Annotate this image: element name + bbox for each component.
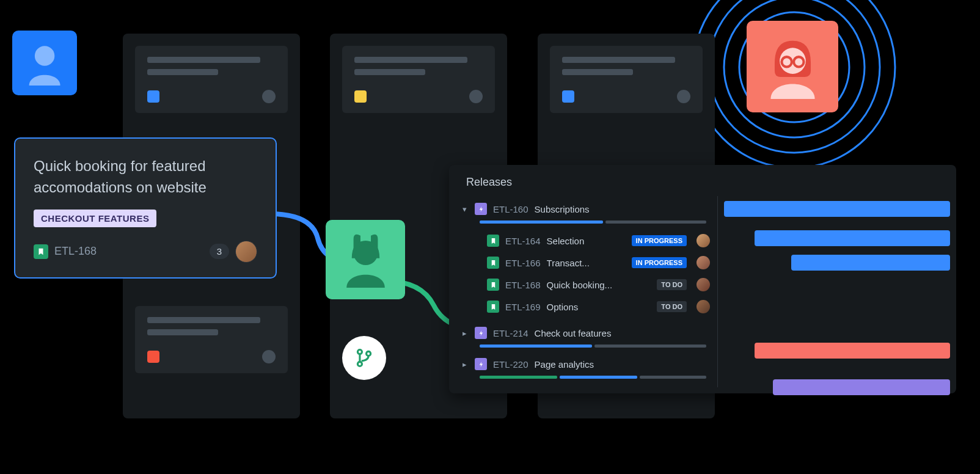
issue-name: Quick booking... [547, 280, 613, 290]
issue-key: ETL-166 [505, 258, 541, 268]
issue-key: ETL-164 [505, 236, 541, 246]
story-icon [487, 257, 499, 269]
issue-key: ETL-214 [493, 328, 528, 338]
releases-panel: Releases ▾ ETL-160 Subscriptions ETL-164… [449, 165, 956, 393]
issue-key: ETL-168 [505, 280, 541, 290]
featured-issue-card[interactable]: Quick booking for featured accomodations… [14, 137, 277, 279]
issue-name: Selection [547, 236, 585, 246]
chevron-down-icon[interactable]: ▾ [460, 205, 469, 214]
chevron-right-icon[interactable]: ▸ [460, 329, 469, 338]
epic-row[interactable]: ▸ ETL-220 Page analytics [449, 354, 717, 374]
issue-key: ETL-220 [493, 359, 528, 370]
epic-icon [475, 203, 487, 215]
placeholder-line [354, 57, 467, 63]
assignee-avatar[interactable] [697, 300, 710, 313]
issue-type-icon [147, 90, 159, 103]
assignee-avatar[interactable] [697, 278, 710, 291]
issue-key[interactable]: ETL-168 [54, 245, 203, 258]
issue-name: Page analytics [535, 359, 594, 370]
status-badge[interactable]: IN PROGRESS [632, 257, 687, 268]
avatar-user-green [326, 220, 405, 299]
placeholder-line [147, 329, 218, 335]
epic-row[interactable]: ▸ ETL-214 Check out features [449, 323, 717, 343]
story-icon [34, 244, 48, 259]
kanban-card[interactable] [135, 306, 288, 373]
progress-bar [449, 219, 717, 230]
svg-point-6 [35, 46, 54, 65]
placeholder-line [147, 57, 260, 63]
avatar-user-orange [747, 21, 838, 112]
avatar [262, 90, 276, 103]
assignee-avatar[interactable] [235, 241, 257, 263]
kanban-card[interactable] [342, 46, 495, 113]
git-branch-icon [354, 348, 375, 368]
placeholder-line [147, 317, 260, 323]
comment-count: 3 [210, 244, 229, 259]
svg-point-14 [367, 351, 371, 356]
issue-type-icon [147, 351, 159, 363]
placeholder-line [562, 69, 633, 75]
issue-key: ETL-160 [493, 204, 528, 214]
avatar [469, 90, 483, 103]
releases-tree: ▾ ETL-160 Subscriptions ETL-164 Selectio… [449, 196, 718, 387]
story-icon [487, 279, 499, 291]
story-row[interactable]: ETL-164 Selection IN PROGRESS [449, 230, 717, 252]
avatar [677, 90, 690, 103]
story-icon [487, 235, 499, 247]
progress-bar [449, 374, 717, 385]
progress-bar [449, 343, 717, 354]
user-icon [22, 40, 67, 86]
placeholder-line [354, 69, 425, 75]
gantt-bar[interactable] [791, 255, 950, 271]
svg-point-12 [357, 350, 362, 354]
epic-icon [475, 327, 487, 339]
issue-title: Quick booking for featured accomodations… [34, 156, 257, 199]
avatar-user-blue [12, 31, 77, 95]
gantt-bar[interactable] [773, 379, 950, 395]
chevron-right-icon[interactable]: ▸ [460, 360, 469, 369]
avatar [262, 350, 276, 363]
epic-tag[interactable]: CHECKOUT FEATURES [34, 210, 156, 227]
story-row[interactable]: ETL-169 Options TO DO [449, 296, 717, 318]
kanban-card[interactable] [135, 46, 288, 113]
git-branch-button[interactable] [342, 336, 386, 380]
story-icon [487, 301, 499, 313]
issue-name: Options [547, 302, 579, 312]
gantt-chart [718, 196, 956, 387]
assignee-avatar[interactable] [697, 256, 710, 269]
gantt-bar[interactable] [755, 343, 950, 359]
story-row[interactable]: ETL-168 Quick booking... TO DO [449, 274, 717, 296]
epic-row[interactable]: ▾ ETL-160 Subscriptions [449, 199, 717, 219]
status-badge[interactable]: TO DO [657, 301, 687, 312]
issue-type-icon [562, 90, 574, 103]
user-icon [761, 35, 825, 99]
placeholder-line [562, 57, 675, 63]
gantt-bar[interactable] [755, 230, 950, 246]
status-badge[interactable]: TO DO [657, 279, 687, 290]
assignee-avatar[interactable] [697, 234, 710, 247]
issue-name: Transact... [547, 258, 590, 268]
issue-name: Check out features [535, 328, 612, 338]
panel-title: Releases [449, 176, 956, 196]
user-icon [338, 232, 393, 288]
issue-key: ETL-169 [505, 302, 541, 312]
story-row[interactable]: ETL-166 Transact... IN PROGRESS [449, 252, 717, 274]
gantt-bar[interactable] [724, 201, 950, 217]
placeholder-line [147, 69, 218, 75]
kanban-card[interactable] [550, 46, 703, 113]
svg-point-13 [357, 362, 362, 366]
issue-type-icon [354, 90, 367, 103]
epic-icon [475, 358, 487, 370]
status-badge[interactable]: IN PROGRESS [632, 235, 687, 246]
issue-name: Subscriptions [535, 204, 590, 214]
